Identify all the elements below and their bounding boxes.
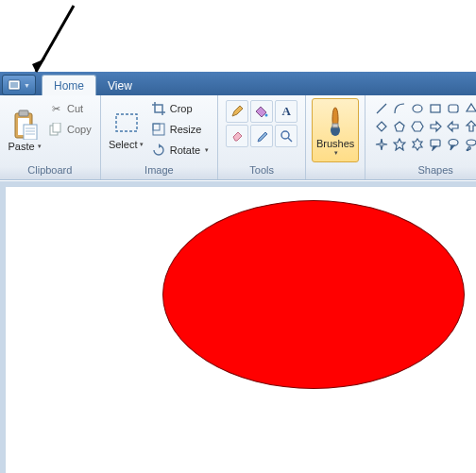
document-icon <box>8 79 21 91</box>
svg-point-45 <box>468 147 471 150</box>
svg-line-24 <box>377 104 386 113</box>
svg-marker-33 <box>431 122 441 131</box>
svg-marker-43 <box>450 145 454 150</box>
svg-rect-7 <box>19 110 28 116</box>
shape-line[interactable] <box>373 100 390 117</box>
brushes-button[interactable]: Brushes ▾ <box>312 98 359 162</box>
shapes-gallery[interactable] <box>371 98 476 155</box>
tool-eraser[interactable] <box>226 125 248 147</box>
chevron-down-icon: ▾ <box>140 141 144 148</box>
copy-button[interactable]: Copy <box>45 119 94 140</box>
svg-marker-34 <box>448 122 458 131</box>
tab-bar: ▼ Home View <box>0 72 476 95</box>
tab-view[interactable]: View <box>96 75 144 95</box>
fill-icon <box>255 105 268 118</box>
group-label-clipboard: Clipboard <box>6 163 94 178</box>
cut-label: Cut <box>67 103 83 114</box>
chevron-down-icon: ▾ <box>38 143 42 150</box>
shape-rect[interactable] <box>427 100 444 117</box>
shape-roundrect[interactable] <box>445 100 462 117</box>
svg-marker-32 <box>412 122 423 131</box>
svg-marker-39 <box>413 139 422 150</box>
svg-rect-17 <box>153 124 160 130</box>
shape-star6[interactable] <box>409 136 426 153</box>
svg-point-46 <box>467 149 468 151</box>
group-label-brushes <box>312 163 359 178</box>
copy-label: Copy <box>67 124 92 135</box>
svg-rect-9 <box>24 125 37 140</box>
shape-curve[interactable] <box>391 100 408 117</box>
shape-star5[interactable] <box>391 136 408 153</box>
ribbon: Paste▾ ✂ Cut Copy Clipboard Select▾ <box>0 95 476 180</box>
group-brushes: Brushes ▾ <box>306 95 366 179</box>
svg-rect-40 <box>431 140 440 146</box>
select-label: Select <box>109 139 138 150</box>
group-shapes: Shapes <box>366 95 476 179</box>
svg-point-25 <box>413 105 422 112</box>
group-tools: A Tools <box>218 95 306 179</box>
group-label-shapes: Shapes <box>371 163 476 178</box>
svg-marker-30 <box>377 122 386 131</box>
svg-marker-41 <box>433 146 436 150</box>
svg-marker-35 <box>467 121 476 131</box>
pencil-icon <box>230 105 244 118</box>
scissors-icon: ✂ <box>48 101 63 116</box>
shape-arrow-right[interactable] <box>427 118 444 135</box>
shape-polygon[interactable] <box>463 100 476 117</box>
brush-icon <box>321 105 349 137</box>
shape-arrow-left[interactable] <box>445 118 462 135</box>
shape-callout-rect[interactable] <box>427 136 444 153</box>
color-picker-icon <box>255 129 268 143</box>
shape-oval[interactable] <box>409 100 426 117</box>
select-button[interactable]: Select▾ <box>107 98 146 162</box>
svg-point-44 <box>467 140 476 145</box>
svg-rect-14 <box>53 123 60 132</box>
shape-callout-cloud[interactable] <box>463 136 476 153</box>
group-label-image: Image <box>107 163 212 178</box>
app-menu-button[interactable]: ▼ <box>2 75 36 95</box>
tool-pencil[interactable] <box>226 100 248 123</box>
svg-marker-38 <box>394 139 405 150</box>
tool-fill[interactable] <box>250 100 273 123</box>
paste-button[interactable]: Paste▾ <box>6 98 43 162</box>
svg-line-21 <box>288 138 292 142</box>
svg-marker-31 <box>395 122 404 131</box>
text-icon: A <box>281 104 290 119</box>
tool-text[interactable]: A <box>275 100 298 123</box>
rotate-button[interactable]: Rotate▾ <box>148 140 212 160</box>
shape-arrow-up[interactable] <box>463 118 476 135</box>
crop-label: Crop <box>170 103 193 114</box>
shape-star4[interactable] <box>373 136 390 153</box>
tool-color-picker[interactable] <box>250 125 273 147</box>
tab-home[interactable]: Home <box>42 75 96 95</box>
tool-magnifier[interactable] <box>275 125 298 147</box>
magnifier-icon <box>280 129 293 143</box>
drawing-red-oval <box>162 200 465 389</box>
canvas-workspace <box>0 181 476 473</box>
crop-icon <box>151 101 166 116</box>
svg-rect-27 <box>449 105 458 112</box>
selection-icon <box>113 111 140 138</box>
copy-icon <box>48 122 63 137</box>
rotate-icon <box>151 143 166 158</box>
svg-point-19 <box>265 114 268 117</box>
shape-diamond[interactable] <box>373 118 390 135</box>
resize-button[interactable]: Resize <box>148 119 212 140</box>
cut-button[interactable]: ✂ Cut <box>45 98 94 119</box>
shape-hexagon[interactable] <box>409 118 426 135</box>
canvas[interactable] <box>6 187 476 473</box>
svg-rect-23 <box>332 124 338 127</box>
clipboard-icon <box>11 110 38 140</box>
chevron-down-icon: ▾ <box>334 149 338 157</box>
rotate-label: Rotate <box>170 144 200 156</box>
shape-callout-round[interactable] <box>445 136 462 153</box>
chevron-down-icon: ▾ <box>205 146 209 154</box>
crop-button[interactable]: Crop <box>148 98 212 119</box>
group-image: Select▾ Crop Resize Rotate▾ Image <box>101 95 218 179</box>
resize-label: Resize <box>170 124 202 135</box>
svg-marker-37 <box>376 139 387 150</box>
eraser-icon <box>230 129 244 143</box>
window-titlebar-space <box>0 0 476 72</box>
shape-pentagon[interactable] <box>391 118 408 135</box>
svg-marker-28 <box>467 104 476 111</box>
